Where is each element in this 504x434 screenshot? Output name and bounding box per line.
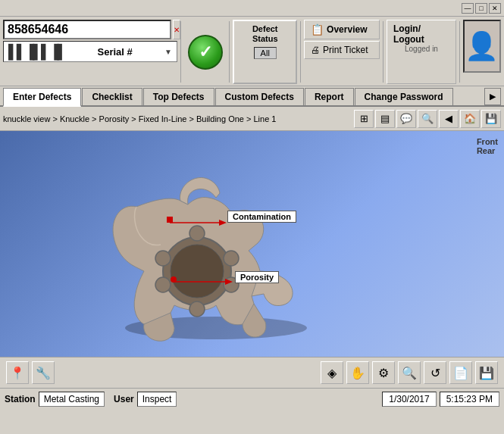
maximize-button[interactable]: □ [475,3,487,14]
tab-report[interactable]: Report [305,88,354,105]
refresh-tool-icon[interactable]: ↺ [424,361,446,384]
main-toolbar: ✕ ▌▌▐▌▌▐▌ Serial # ▼ ✓ Defect Status All… [0,17,504,86]
user-field: User Inspect [114,392,177,407]
separator-5 [459,21,460,83]
part-3d-view [45,146,387,343]
separator-2 [229,21,230,83]
defect-status-title: Defect Status [240,24,290,44]
user-avatar-icon: 👤 [465,30,499,62]
pdf-export-icon[interactable]: 📄 [449,361,472,384]
station-value: Metal Casting [39,392,105,407]
part-svg [45,146,387,343]
svg-point-3 [189,226,205,241]
svg-marker-10 [219,220,227,226]
breadcrumb-icons: ⊞ ▤ 💬 🔍 ◀ 🏠 💾 [354,110,501,128]
svg-point-6 [224,251,239,266]
station-field: Station Metal Casting [5,392,105,407]
porosity-arrow-line [174,278,236,287]
serial-search-input[interactable] [3,20,171,39]
view-grid-icon[interactable]: ⊞ [354,110,374,128]
tab-change-password[interactable]: Change Password [355,88,453,105]
window-controls[interactable]: — □ ✕ [462,3,501,14]
status-date: 1/30/2017 [382,392,436,407]
rear-label: Rear [477,146,498,155]
station-label: Station [5,394,36,404]
contamination-arrow-line [170,218,230,227]
breadcrumb-bar: knuckle view > Knuckle > Porosity > Fixe… [0,107,504,131]
defect-status-badge: All [254,47,277,59]
search-section: ✕ ▌▌▐▌▌▐▌ Serial # ▼ [3,20,177,84]
close-button[interactable]: ✕ [489,3,501,14]
checkmark-circle: ✓ [188,35,223,70]
back-icon[interactable]: ◀ [439,110,459,128]
view-labels: Front Rear [477,137,498,155]
search-detail-icon[interactable]: 🔍 [418,110,437,128]
settings-tool-icon[interactable]: ⚙ [372,361,395,384]
svg-point-4 [189,301,205,317]
tab-custom-defects[interactable]: Custom Defects [215,88,304,105]
overview-section: 📋 Overview 🖨 Print Ticket [304,20,380,84]
contamination-callout: Contamination [227,211,296,223]
user-value: Inspect [137,392,177,407]
minimize-button[interactable]: — [462,3,474,14]
bottom-left-icons: 📍 🔧 [6,361,55,384]
logged-in-status: Logged in [405,45,438,53]
tab-enter-defects[interactable]: Enter Defects [3,88,81,107]
svg-point-7 [155,277,171,292]
zoom-tool-icon[interactable]: 🔍 [398,361,421,384]
barcode-icon: ▌▌▐▌▌▐▌ [8,44,65,60]
avatar: 👤 [463,20,501,73]
front-label: Front [477,137,498,146]
tab-top-defects[interactable]: Top Defects [143,88,214,105]
tab-checklist[interactable]: Checklist [82,88,142,105]
overview-icon: 📋 [311,23,324,36]
svg-point-2 [171,245,224,298]
contamination-label: Contamination [227,211,296,223]
nav-more-button[interactable]: ▶ [484,88,501,105]
bottom-toolbar: 📍 🔧 ◈ ✋ ⚙ 🔍 ↺ 📄 💾 [0,357,504,389]
porosity-label: Porosity [235,271,279,283]
home-icon[interactable]: 🏠 [460,110,480,128]
defect-status-section[interactable]: Defect Status All [233,20,297,84]
bottom-right-icons: ◈ ✋ ⚙ 🔍 ↺ 📄 💾 [321,361,498,384]
hand-tool-icon[interactable]: ✋ [346,361,369,384]
canvas-area: Front Rear [0,131,504,357]
view-list-icon[interactable]: ▤ [375,110,395,128]
clear-button[interactable]: ✕ [173,20,180,39]
separator-1 [180,21,181,83]
comment-icon[interactable]: 💬 [396,110,416,128]
serial-label: Serial # [70,46,160,58]
printer-icon: 🖨 [311,45,320,55]
user-label: User [114,394,134,404]
title-bar: — □ ✕ [0,0,504,17]
save-view-icon[interactable]: 💾 [481,110,501,128]
svg-marker-12 [225,279,233,285]
login-logout-label: Login/ Logout [393,23,449,45]
breadcrumb: knuckle view > Knuckle > Porosity > Fixe… [3,114,349,123]
overview-button[interactable]: 📋 Overview [304,20,380,39]
separator-4 [383,21,383,83]
save-tool-icon[interactable]: 💾 [475,361,498,384]
checkmark-section: ✓ [184,20,226,84]
login-logout-section[interactable]: Login/ Logout Logged in [387,20,456,84]
navigation-tabs: Enter Defects Checklist Top Defects Cust… [0,86,504,107]
barcode-row[interactable]: ▌▌▐▌▌▐▌ Serial # ▼ [3,41,177,62]
search-input-row: ✕ [3,20,177,39]
location-icon[interactable]: 📍 [6,361,29,384]
tools-icon[interactable]: 🔧 [32,361,55,384]
status-bar: Station Metal Casting User Inspect 1/30/… [0,389,504,410]
porosity-callout: Porosity [235,271,279,283]
svg-point-5 [155,251,171,266]
separator-3 [300,21,301,83]
cursor-tool-icon[interactable]: ◈ [321,361,343,384]
serial-dropdown-arrow[interactable]: ▼ [164,48,172,56]
print-ticket-button[interactable]: 🖨 Print Ticket [304,41,380,59]
status-time: 5:15:23 PM [440,392,499,407]
